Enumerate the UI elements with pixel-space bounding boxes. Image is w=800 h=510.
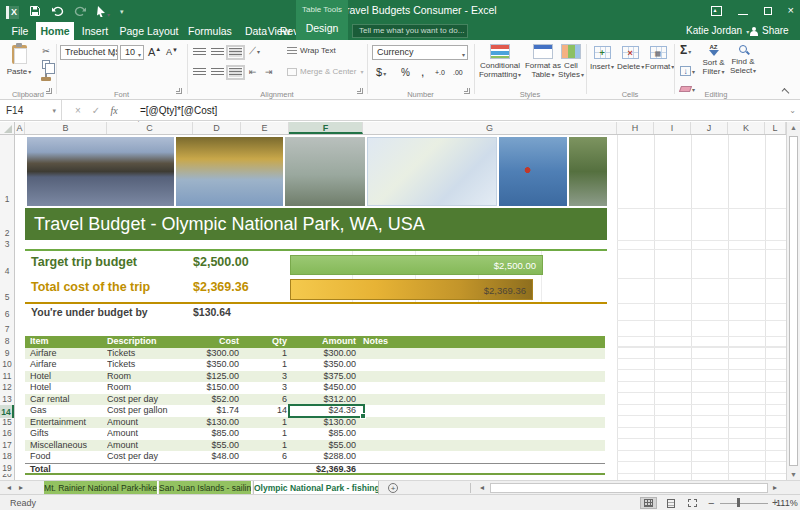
cancel-icon[interactable]: × [70, 100, 86, 121]
sheet-scroll-right-icon[interactable]: ▸ [16, 481, 26, 495]
restore-icon[interactable] [764, 7, 772, 15]
page-break-view-icon[interactable] [684, 497, 701, 509]
tab-file[interactable]: File [6, 22, 34, 40]
align-right-icon[interactable] [229, 68, 242, 77]
total-cost-label[interactable]: Total cost of the trip [31, 280, 150, 294]
redo-icon[interactable] [74, 3, 87, 21]
enter-icon[interactable]: ✓ [88, 100, 104, 121]
cell[interactable]: Amount [107, 440, 193, 452]
autosum-button[interactable]: Σ [680, 43, 691, 57]
col-header-i[interactable]: I [654, 122, 691, 134]
cell[interactable] [360, 428, 605, 440]
cell[interactable]: 1 [241, 440, 289, 452]
orientation-icon[interactable]: ⟋ [249, 45, 260, 57]
vertical-scrollbar[interactable]: ▲ ▼ [786, 122, 800, 480]
col-header-l[interactable]: L [765, 122, 786, 134]
tab-insert[interactable]: Insert [76, 22, 114, 40]
cell[interactable]: 6 [241, 394, 289, 406]
col-header-d[interactable]: D [193, 122, 241, 134]
cell[interactable] [360, 394, 605, 406]
insert-function-icon[interactable]: fx [106, 100, 122, 121]
wrap-text-button[interactable]: Wrap Text [287, 46, 336, 55]
zoom-out-icon[interactable]: − [708, 495, 714, 510]
cell[interactable]: Hotel [25, 371, 107, 383]
font-name-select[interactable]: Trebuchet MS [60, 45, 118, 60]
conditional-formatting-button[interactable]: Conditional Formatting [477, 44, 523, 80]
merge-center-button[interactable]: Merge & Center [287, 67, 363, 76]
customize-qat-icon[interactable]: ▾ [120, 8, 124, 16]
table-total-row[interactable]: Total $2,369.36 [25, 463, 605, 475]
cell[interactable]: Room [107, 371, 193, 383]
target-budget-value[interactable]: $2,500.00 [193, 255, 249, 269]
cell[interactable] [360, 348, 605, 360]
comma-style-button[interactable]: , [421, 65, 424, 79]
cell[interactable]: $300.00 [193, 348, 241, 360]
col-header-k[interactable]: K [728, 122, 765, 134]
paste-button[interactable]: Paste [5, 45, 33, 77]
cell[interactable] [360, 359, 605, 371]
cell[interactable]: Tickets [107, 348, 193, 360]
cell[interactable]: Tickets [107, 359, 193, 371]
hscroll-left-icon[interactable]: ◂ [477, 481, 487, 495]
cell[interactable]: $375.00 [289, 371, 360, 383]
cell[interactable]: Amount [107, 417, 193, 429]
new-sheet-icon[interactable]: + [388, 483, 398, 493]
decrease-decimal-button[interactable]: .00 [453, 69, 463, 76]
cell[interactable]: $85.00 [289, 428, 360, 440]
zoom-slider-thumb[interactable] [737, 498, 740, 507]
tab-formulas[interactable]: Formulas [184, 22, 236, 40]
bottom-align-icon[interactable] [229, 48, 242, 57]
row-header-5[interactable]: 5 [0, 278, 14, 303]
cell[interactable]: Gas [25, 405, 107, 417]
cell[interactable] [360, 382, 605, 394]
row-header-2[interactable]: 2 [0, 208, 14, 239]
cell[interactable]: Hotel [25, 382, 107, 394]
cell[interactable]: 14 [241, 405, 289, 417]
tell-me-box[interactable]: Tell me what you want to do... [352, 24, 468, 38]
cell[interactable]: $288.00 [289, 451, 360, 463]
alignment-dialog-launcher-icon[interactable] [357, 88, 363, 94]
cell[interactable]: $125.00 [193, 371, 241, 383]
header-amount[interactable]: Amount [289, 336, 360, 348]
under-budget-label[interactable]: You're under budget by [31, 306, 148, 318]
cell[interactable]: Room [107, 382, 193, 394]
middle-align-icon[interactable] [211, 48, 224, 57]
cell[interactable]: $450.00 [289, 382, 360, 394]
sheet-scroll-left-icon[interactable]: ◂ [4, 481, 14, 495]
cell[interactable]: 1 [241, 428, 289, 440]
table-row[interactable]: MiscellaneousAmount$55.001$55.00 [25, 440, 605, 452]
cell[interactable]: 1 [241, 359, 289, 371]
save-icon[interactable] [29, 3, 41, 21]
align-left-icon[interactable] [193, 68, 206, 77]
table-row[interactable]: HotelRoom$150.003$450.00 [25, 382, 605, 394]
format-cells-button[interactable]: ▦ Format [645, 46, 671, 72]
select-all-corner[interactable] [0, 122, 15, 134]
table-row[interactable]: AirfareTickets$300.001$300.00 [25, 348, 605, 360]
cell[interactable]: $1.74 [193, 405, 241, 417]
cell[interactable] [360, 371, 605, 383]
col-header-e[interactable]: E [241, 122, 289, 134]
vertical-scrollbar-thumb[interactable] [789, 136, 798, 466]
header-qty[interactable]: Qty [241, 336, 289, 348]
percent-style-button[interactable]: % [401, 67, 410, 78]
font-size-select[interactable]: 10 [120, 45, 144, 60]
cell[interactable] [360, 440, 605, 452]
cell[interactable]: 1 [241, 348, 289, 360]
photo-rapids-fishing[interactable] [499, 137, 567, 206]
row-header-3[interactable]: 3 [0, 240, 14, 250]
table-row[interactable]: FoodCost per day$48.006$288.00 [25, 451, 605, 463]
cut-button[interactable]: ✂ [38, 46, 54, 59]
tab-home[interactable]: Home [36, 22, 74, 40]
row-header-8[interactable]: 8 [0, 335, 14, 347]
table-row[interactable]: EntertainmentAmount$130.001$130.00 [25, 417, 605, 429]
cell[interactable]: $130.00 [193, 417, 241, 429]
zoom-slider-track[interactable] [720, 503, 768, 504]
sheet-tab-san-juan[interactable]: San Juan Islands - sailing [159, 481, 252, 495]
header-cost[interactable]: Cost [193, 336, 241, 348]
decrease-indent-icon[interactable]: ⇤ [249, 67, 257, 77]
tab-view[interactable]: View [262, 22, 296, 40]
row-header-9[interactable]: 9 [0, 348, 14, 359]
col-header-b[interactable]: B [25, 122, 107, 134]
share-button[interactable]: Share [750, 22, 789, 40]
clipboard-dialog-launcher-icon[interactable] [46, 88, 52, 94]
